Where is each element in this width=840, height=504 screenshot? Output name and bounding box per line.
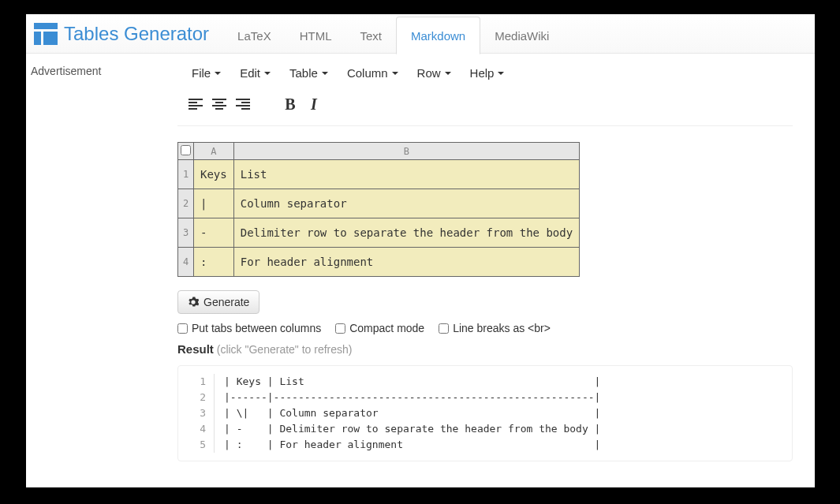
line-number: 1: [178, 374, 215, 390]
chevron-down-icon: [215, 72, 221, 75]
row-header-4[interactable]: 4: [178, 248, 194, 277]
cell-a3[interactable]: -: [194, 218, 234, 248]
menu-row[interactable]: Row: [409, 60, 459, 86]
format-tabs: LaTeX HTML Text Markdown MediaWiki: [223, 14, 563, 54]
chevron-down-icon: [322, 72, 328, 75]
menu-edit-label: Edit: [240, 66, 260, 80]
bold-button[interactable]: B: [278, 94, 302, 114]
option-compact-checkbox[interactable]: [335, 323, 345, 334]
options-row: Put tabs between columns Compact mode Li…: [177, 322, 815, 334]
toolbar: B I: [177, 86, 793, 126]
result-heading: Result (click "Generate" to refresh): [177, 342, 815, 356]
cell-a4[interactable]: :: [194, 248, 234, 277]
cell-b2[interactable]: Column separator: [233, 189, 579, 218]
option-compact[interactable]: Compact mode: [335, 322, 424, 334]
select-all-checkbox[interactable]: [178, 143, 194, 160]
menu-help-label: Help: [470, 66, 495, 80]
line-number: 3: [178, 405, 215, 421]
code-text: |------|--------------------------------…: [215, 390, 600, 405]
italic-button[interactable]: I: [302, 94, 326, 114]
table-row: 1 Keys List: [178, 160, 580, 189]
menu-table[interactable]: Table: [282, 60, 336, 86]
align-center-icon: [212, 97, 226, 111]
align-left-button[interactable]: [184, 94, 207, 114]
table-row: 2 | Column separator: [178, 189, 580, 218]
bold-icon: B: [285, 95, 295, 114]
navbar: Tables Generator LaTeX HTML Text Markdow…: [26, 14, 815, 54]
tab-latex[interactable]: LaTeX: [223, 17, 286, 54]
tab-text[interactable]: Text: [346, 17, 397, 54]
output-code[interactable]: 1| Keys | List | 2|------|--------------…: [177, 365, 793, 461]
table-row: 4 : For header alignment: [178, 248, 580, 277]
brand-logo[interactable]: Tables Generator: [34, 23, 209, 45]
table-editor[interactable]: A B 1 Keys List 2 | Column separator 3: [177, 142, 580, 277]
advertisement-label: Advertisement: [31, 65, 101, 77]
option-br-checkbox[interactable]: [439, 323, 449, 334]
option-compact-label: Compact mode: [349, 322, 424, 334]
menu-file-label: File: [192, 66, 211, 80]
line-number: 5: [178, 437, 215, 453]
option-tabs[interactable]: Put tabs between columns: [177, 322, 321, 334]
align-center-button[interactable]: [207, 94, 231, 114]
row-header-2[interactable]: 2: [178, 189, 194, 218]
sidebar: Advertisement: [26, 54, 177, 461]
menu-row-label: Row: [417, 66, 441, 80]
menu-column-label: Column: [347, 66, 388, 80]
column-header-a[interactable]: A: [194, 143, 234, 160]
tab-html[interactable]: HTML: [286, 17, 346, 54]
cell-b4[interactable]: For header alignment: [233, 248, 579, 277]
cell-a1[interactable]: Keys: [194, 160, 234, 189]
chevron-down-icon: [392, 72, 398, 75]
menu-edit[interactable]: Edit: [232, 60, 278, 86]
cell-b1[interactable]: List: [233, 160, 579, 189]
column-header-b[interactable]: B: [233, 143, 579, 160]
main-content: File Edit Table Column Row Help B I: [177, 54, 815, 461]
result-label: Result: [177, 342, 214, 356]
result-hint: (click "Generate" to refresh): [214, 343, 353, 356]
logo-icon: [34, 23, 58, 45]
option-br[interactable]: Line breaks as <br>: [439, 322, 551, 334]
align-right-button[interactable]: [231, 94, 255, 114]
option-tabs-checkbox[interactable]: [177, 323, 188, 334]
italic-icon: I: [311, 95, 317, 114]
line-number: 2: [178, 390, 215, 405]
generate-button[interactable]: Generate: [177, 290, 259, 314]
line-number: 4: [178, 421, 215, 437]
code-text: | : | For header alignment |: [215, 437, 600, 453]
chevron-down-icon: [445, 72, 451, 75]
cell-a2[interactable]: |: [194, 189, 234, 218]
row-header-1[interactable]: 1: [178, 160, 194, 189]
code-line: 1| Keys | List |: [178, 374, 792, 390]
chevron-down-icon: [264, 72, 271, 75]
menu-column[interactable]: Column: [339, 60, 406, 86]
align-right-icon: [236, 97, 250, 111]
code-line: 5| : | For header alignment |: [178, 437, 792, 453]
generate-label: Generate: [203, 296, 249, 308]
menu-file[interactable]: File: [184, 60, 229, 86]
code-text: | - | Delimiter row to separate the head…: [215, 421, 600, 437]
row-header-3[interactable]: 3: [178, 218, 194, 248]
code-line: 4| - | Delimiter row to separate the hea…: [178, 421, 792, 437]
option-br-label: Line breaks as <br>: [453, 322, 551, 334]
code-text: | Keys | List |: [215, 374, 600, 390]
code-line: 3| \| | Column separator |: [178, 405, 792, 421]
menubar: File Edit Table Column Row Help: [177, 60, 815, 86]
align-left-icon: [189, 97, 203, 111]
gear-icon: [188, 297, 199, 308]
menu-help[interactable]: Help: [462, 60, 513, 86]
chevron-down-icon: [498, 72, 504, 75]
brand-title: Tables Generator: [64, 23, 209, 45]
code-text: | \| | Column separator |: [215, 405, 600, 421]
tab-markdown[interactable]: Markdown: [396, 17, 480, 54]
option-tabs-label: Put tabs between columns: [192, 322, 321, 334]
menu-table-label: Table: [289, 66, 318, 80]
code-line: 2|------|-------------------------------…: [178, 390, 792, 405]
cell-b3[interactable]: Delimiter row to separate the header fro…: [233, 218, 579, 248]
table-row: 3 - Delimiter row to separate the header…: [178, 218, 580, 248]
tab-mediawiki[interactable]: MediaWiki: [480, 17, 563, 54]
